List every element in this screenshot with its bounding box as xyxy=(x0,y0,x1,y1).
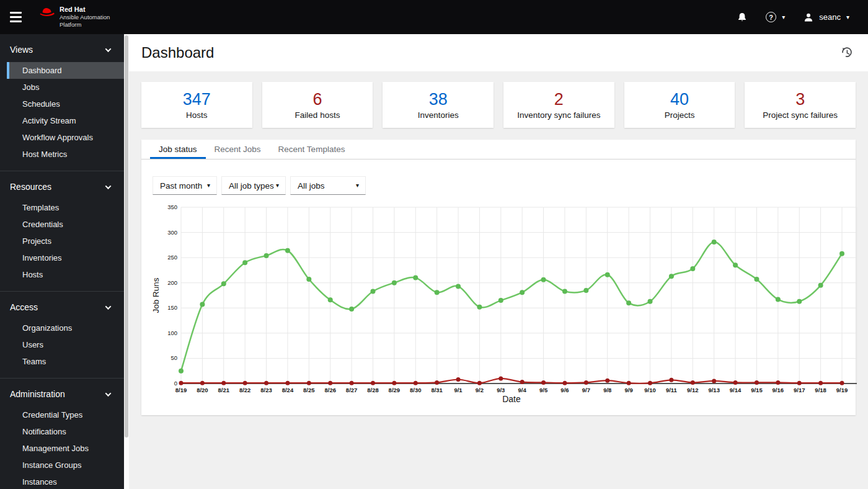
tab-label: Job status xyxy=(159,145,197,154)
summary-card-label: Inventory sync failures xyxy=(517,110,600,120)
nav-item-label: Templates xyxy=(22,203,59,212)
sidebar-scrollbar-thumb[interactable] xyxy=(125,35,128,437)
sidebar-item-instances[interactable]: Instances xyxy=(7,473,124,489)
svg-text:50: 50 xyxy=(170,354,177,361)
sidebar-item-organizations[interactable]: Organizations xyxy=(7,320,124,336)
summary-card-projects[interactable]: 40 Projects xyxy=(624,82,735,128)
tab-label: Recent Jobs xyxy=(215,145,261,154)
svg-text:150: 150 xyxy=(167,304,177,311)
svg-text:8/20: 8/20 xyxy=(197,387,208,393)
svg-text:9/12: 9/12 xyxy=(687,387,699,393)
help-menu-button[interactable]: ? ▾ xyxy=(766,12,785,22)
summary-card-value: 40 xyxy=(670,90,689,109)
caret-down-icon: ▾ xyxy=(782,14,785,20)
nav-item-label: Schedules xyxy=(22,99,60,109)
main-area: Dashboard 347 Hosts 6 Failed hosts 38 In… xyxy=(129,34,868,489)
user-menu-button[interactable]: seanc ▾ xyxy=(804,12,849,22)
sidebar-item-management-jobs[interactable]: Management Jobs xyxy=(7,440,124,457)
sidebar-item-projects[interactable]: Projects xyxy=(7,233,124,249)
sidebar-item-jobs[interactable]: Jobs xyxy=(7,79,124,96)
chevron-down-icon xyxy=(105,183,112,189)
nav-toggle-button[interactable] xyxy=(10,12,22,22)
caret-down-icon: ▾ xyxy=(207,182,210,189)
svg-text:9/4: 9/4 xyxy=(518,387,527,393)
sidebar-item-host-metrics[interactable]: Host Metrics xyxy=(7,146,124,163)
nav-item-label: Notifications xyxy=(22,427,66,436)
summary-card-label: Failed hosts xyxy=(295,110,340,120)
nav-group-header[interactable]: Access xyxy=(0,300,124,314)
nav-group-access: Access OrganizationsUsersTeams xyxy=(0,291,124,378)
nav-item-label: Dashboard xyxy=(22,66,62,75)
sidebar-item-teams[interactable]: Teams xyxy=(7,353,124,370)
page-header: Dashboard xyxy=(129,34,868,71)
summary-card-label: Hosts xyxy=(186,110,208,120)
svg-text:9/13: 9/13 xyxy=(708,387,720,393)
summary-card-project-sync-failures[interactable]: 3 Project sync failures xyxy=(745,82,856,128)
filter-all-jobs[interactable]: All jobs ▾ xyxy=(290,176,366,195)
svg-text:9/2: 9/2 xyxy=(476,387,484,393)
summary-card-label: Inventories xyxy=(418,110,459,120)
summary-card-inventory-sync-failures[interactable]: 2 Inventory sync failures xyxy=(503,82,614,128)
nav-item-label: Organizations xyxy=(22,323,72,333)
summary-card-label: Projects xyxy=(665,110,695,120)
svg-text:8/21: 8/21 xyxy=(218,387,230,393)
svg-text:8/28: 8/28 xyxy=(367,387,379,393)
help-icon: ? xyxy=(766,12,776,22)
sidebar-scrollbar[interactable] xyxy=(124,34,129,489)
history-button[interactable] xyxy=(841,47,853,59)
nav-item-label: Credential Types xyxy=(22,410,82,419)
sidebar-item-templates[interactable]: Templates xyxy=(7,199,124,216)
svg-text:9/10: 9/10 xyxy=(644,387,656,393)
caret-down-icon: ▾ xyxy=(846,14,849,20)
sidebar-item-credential-types[interactable]: Credential Types xyxy=(7,406,124,423)
filter-all-job-types[interactable]: All job types ▾ xyxy=(221,176,286,195)
nav-item-label: Instances xyxy=(22,477,57,487)
nav-item-label: Inventories xyxy=(22,253,62,262)
job-runs-chart[interactable]: 0501001502002503003508/198/208/218/228/2… xyxy=(150,202,856,406)
notifications-button[interactable] xyxy=(737,12,747,22)
sidebar-item-hosts[interactable]: Hosts xyxy=(7,266,124,283)
summary-card-hosts[interactable]: 347 Hosts xyxy=(141,82,252,128)
hamburger-icon xyxy=(10,12,22,22)
sidebar-item-activity-stream[interactable]: Activity Stream xyxy=(7,112,124,129)
successful-jobs-points[interactable] xyxy=(179,240,844,374)
svg-text:8/25: 8/25 xyxy=(303,387,315,393)
sidebar-item-inventories[interactable]: Inventories xyxy=(7,249,124,266)
svg-text:8/23: 8/23 xyxy=(260,387,272,393)
nav-group-items: OrganizationsUsersTeams xyxy=(0,320,124,370)
tab-job-status[interactable]: Job status xyxy=(150,140,206,159)
nav-item-label: Management Jobs xyxy=(22,444,89,453)
sidebar-item-users[interactable]: Users xyxy=(7,336,124,353)
brand-logo: Red Hat Ansible Automation Platform xyxy=(38,6,110,29)
nav-item-label: Workflow Approvals xyxy=(22,133,93,142)
nav-group-resources: Resources TemplatesCredentialsProjectsIn… xyxy=(0,171,124,291)
sidebar-item-notifications[interactable]: Notifications xyxy=(7,423,124,440)
nav-item-label: Teams xyxy=(22,357,46,366)
tab-recent-jobs[interactable]: Recent Jobs xyxy=(206,140,270,159)
tab-recent-templates[interactable]: Recent Templates xyxy=(270,140,354,159)
sidebar-item-instance-groups[interactable]: Instance Groups xyxy=(7,457,124,473)
bell-icon xyxy=(737,12,747,22)
nav-group-header[interactable]: Views xyxy=(0,43,124,56)
sidebar-item-credentials[interactable]: Credentials xyxy=(7,216,124,233)
nav-group-label: Resources xyxy=(10,182,51,192)
svg-text:9/7: 9/7 xyxy=(582,387,590,393)
sidebar-item-dashboard[interactable]: Dashboard xyxy=(7,62,124,79)
summary-card-inventories[interactable]: 38 Inventories xyxy=(383,82,494,128)
nav-group-header[interactable]: Administration xyxy=(0,387,124,401)
sidebar-item-workflow-approvals[interactable]: Workflow Approvals xyxy=(7,129,124,146)
job-runs-line-chart[interactable]: 0501001502002503003508/198/208/218/228/2… xyxy=(150,202,860,404)
brand-line-1: Red Hat xyxy=(60,6,110,14)
svg-text:9/16: 9/16 xyxy=(773,387,784,393)
svg-text:9/19: 9/19 xyxy=(836,387,848,393)
nav-item-label: Instance Groups xyxy=(22,460,81,470)
sidebar-item-schedules[interactable]: Schedules xyxy=(7,96,124,112)
filter-past-month[interactable]: Past month ▾ xyxy=(153,176,217,195)
nav-group-header[interactable]: Resources xyxy=(0,180,124,194)
nav-group-label: Administration xyxy=(10,389,65,399)
nav-group-administration: Administration Credential TypesNotificat… xyxy=(0,378,124,489)
svg-text:8/27: 8/27 xyxy=(346,387,358,393)
y-axis-labels: 050100150200250300350 xyxy=(167,204,177,387)
svg-text:0: 0 xyxy=(174,380,177,387)
summary-card-failed-hosts[interactable]: 6 Failed hosts xyxy=(262,82,373,128)
